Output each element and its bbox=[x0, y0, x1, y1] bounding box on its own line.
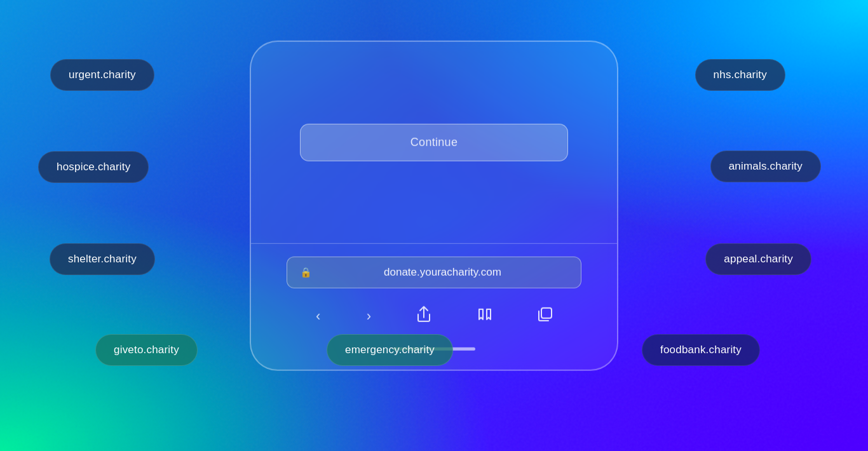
phone-mockup: Continue 🔒 donate.youracharity.com ‹ › bbox=[250, 41, 618, 371]
browser-controls: ‹ › bbox=[287, 300, 581, 333]
tag-foodbank[interactable]: foodbank.charity bbox=[642, 334, 760, 366]
continue-button[interactable]: Continue bbox=[300, 124, 568, 161]
tag-urgent[interactable]: urgent.charity bbox=[50, 59, 154, 91]
tag-hospice[interactable]: hospice.charity bbox=[38, 151, 149, 183]
tag-emergency[interactable]: emergency.charity bbox=[327, 334, 453, 366]
phone-frame: Continue 🔒 donate.youracharity.com ‹ › bbox=[250, 41, 618, 371]
forward-button[interactable]: › bbox=[360, 305, 377, 328]
url-text: donate.youracharity.com bbox=[317, 266, 568, 279]
share-button[interactable] bbox=[410, 303, 437, 330]
phone-top-section: Continue bbox=[251, 42, 617, 244]
tag-giveto[interactable]: giveto.charity bbox=[95, 334, 198, 366]
tag-shelter[interactable]: shelter.charity bbox=[50, 243, 155, 275]
lock-icon: 🔒 bbox=[300, 267, 312, 278]
tag-animals[interactable]: animals.charity bbox=[710, 151, 821, 182]
back-button[interactable]: ‹ bbox=[309, 305, 327, 328]
tabs-button[interactable] bbox=[532, 304, 559, 328]
tag-appeal[interactable]: appeal.charity bbox=[705, 243, 811, 275]
tag-nhs[interactable]: nhs.charity bbox=[695, 59, 785, 91]
bookmarks-button[interactable] bbox=[471, 304, 499, 328]
svg-rect-0 bbox=[541, 308, 552, 318]
address-bar[interactable]: 🔒 donate.youracharity.com bbox=[287, 257, 581, 288]
